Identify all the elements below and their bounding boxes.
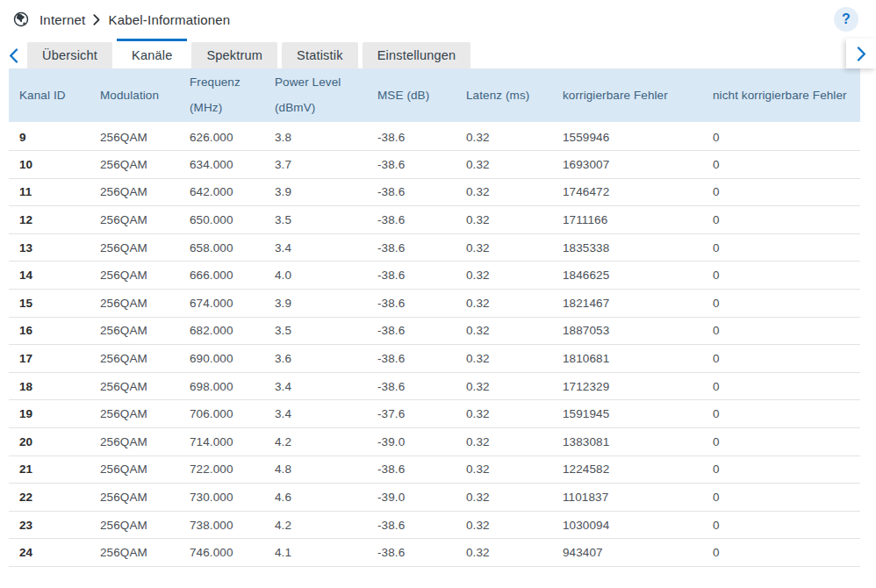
chevron-right-icon [857, 47, 866, 61]
cell-latenz-ms: 0.32 [456, 317, 552, 345]
cell-modulation: 256QAM [90, 372, 179, 400]
tab-scroll-right-button[interactable] [846, 39, 876, 68]
cell-nicht-korrigierbare-fehler: 0 [702, 484, 860, 512]
tab-kan-le[interactable]: Kanäle [117, 39, 187, 68]
cell-power-level-dbmv: 4.2 [264, 511, 367, 539]
cell-mse-db: -38.6 [367, 345, 456, 373]
cell-frequenz-mhz: 634.000 [179, 151, 264, 179]
cell-latenz-ms: 0.32 [456, 372, 552, 400]
chevron-right-separator-icon [93, 14, 100, 25]
table-header-row: Kanal IDModulationFrequenz (MHz)Power Le… [9, 68, 860, 123]
table-row-kanal-18: 18256QAM698.0003.4-38.60.3217123290 [9, 372, 860, 400]
cell-mse-db: -38.6 [367, 178, 456, 206]
cell-latenz-ms: 0.32 [456, 511, 552, 539]
cell-nicht-korrigierbare-fehler: 0 [702, 206, 860, 234]
cell-power-level-dbmv: 4.8 [264, 455, 367, 484]
cell-frequenz-mhz: 626.000 [179, 123, 264, 151]
cell-modulation: 256QAM [90, 455, 179, 484]
table-row-kanal-11: 11256QAM642.0003.9-38.60.3217464720 [9, 178, 860, 206]
cell-kanal-id: 23 [9, 511, 90, 539]
table-row-kanal-16: 16256QAM682.0003.5-38.60.3218870530 [9, 317, 860, 345]
table-row-kanal-12: 12256QAM650.0003.5-38.60.3217111660 [9, 206, 860, 234]
cell-latenz-ms: 0.32 [456, 262, 552, 290]
cell-latenz-ms: 0.32 [456, 539, 552, 567]
cell-power-level-dbmv: 3.5 [264, 317, 367, 345]
cell-frequenz-mhz: 738.000 [179, 511, 264, 539]
cell-nicht-korrigierbare-fehler: 0 [702, 455, 860, 484]
cell-frequenz-mhz: 674.000 [179, 290, 264, 318]
cell-modulation: 256QAM [90, 511, 179, 539]
table-row-kanal-9: 9256QAM626.0003.8-38.60.3215599460 [9, 123, 860, 151]
column-header-korrigierbare-fehler: korrigierbare Fehler [552, 68, 702, 123]
cell-kanal-id: 12 [9, 206, 90, 234]
cell-nicht-korrigierbare-fehler: 0 [702, 123, 860, 151]
cell-power-level-dbmv: 4.2 [264, 428, 367, 456]
table-row-kanal-13: 13256QAM658.0003.4-38.60.3218353380 [9, 233, 860, 262]
cell-latenz-ms: 0.32 [456, 345, 552, 373]
cell-modulation: 256QAM [90, 178, 179, 206]
tab-spektrum[interactable]: Spektrum [191, 42, 277, 68]
cell-korrigierbare-fehler: 1693007 [552, 151, 702, 179]
cell-frequenz-mhz: 682.000 [179, 317, 264, 345]
cell-korrigierbare-fehler: 1810681 [552, 345, 702, 373]
help-button[interactable]: ? [834, 7, 858, 32]
cell-korrigierbare-fehler: 1383081 [552, 428, 702, 456]
cell-modulation: 256QAM [90, 123, 179, 151]
cell-mse-db: -38.6 [367, 455, 456, 484]
cell-nicht-korrigierbare-fehler: 0 [702, 151, 860, 179]
cell-korrigierbare-fehler: 1712329 [552, 372, 702, 400]
cell-nicht-korrigierbare-fehler: 0 [702, 400, 860, 428]
channel-table-container: Kanal IDModulationFrequenz (MHz)Power Le… [9, 68, 860, 567]
breadcrumb-item-internet[interactable]: Internet [39, 12, 85, 27]
cell-korrigierbare-fehler: 1711166 [552, 206, 702, 234]
cell-power-level-dbmv: 3.4 [264, 400, 367, 428]
column-header-mse-db-: MSE (dB) [367, 68, 456, 123]
cell-kanal-id: 14 [9, 262, 90, 290]
cell-power-level-dbmv: 3.8 [264, 123, 367, 151]
cell-korrigierbare-fehler: 1030094 [552, 511, 702, 539]
top-bar: Internet Kabel-Informationen ? [0, 0, 876, 39]
cell-mse-db: -38.6 [367, 317, 456, 345]
column-header-frequenz-mhz-: Frequenz (MHz) [179, 68, 264, 123]
cell-nicht-korrigierbare-fehler: 0 [702, 233, 860, 262]
cell-kanal-id: 16 [9, 317, 90, 345]
cell-modulation: 256QAM [90, 233, 179, 262]
cell-latenz-ms: 0.32 [456, 484, 552, 512]
cell-mse-db: -38.6 [367, 539, 456, 567]
cell-modulation: 256QAM [90, 484, 179, 512]
cell-mse-db: -38.6 [367, 233, 456, 262]
cell-kanal-id: 13 [9, 233, 90, 262]
cell-power-level-dbmv: 3.7 [264, 151, 367, 179]
cell-modulation: 256QAM [90, 290, 179, 318]
question-mark-icon: ? [842, 11, 851, 27]
cell-kanal-id: 19 [9, 400, 90, 428]
tab--bersicht[interactable]: Übersicht [27, 42, 112, 68]
cell-mse-db: -38.6 [367, 123, 456, 151]
cell-mse-db: -38.6 [367, 511, 456, 539]
cell-kanal-id: 11 [9, 178, 90, 206]
cell-frequenz-mhz: 698.000 [179, 372, 264, 400]
cell-modulation: 256QAM [90, 317, 179, 345]
cell-nicht-korrigierbare-fehler: 0 [702, 539, 860, 567]
table-row-kanal-15: 15256QAM674.0003.9-38.60.3218214670 [9, 290, 860, 318]
cell-frequenz-mhz: 722.000 [179, 455, 264, 484]
cell-korrigierbare-fehler: 1559946 [552, 123, 702, 151]
cell-latenz-ms: 0.32 [456, 455, 552, 484]
cell-mse-db: -38.6 [367, 206, 456, 234]
cell-frequenz-mhz: 706.000 [179, 400, 264, 428]
table-row-kanal-17: 17256QAM690.0003.6-38.60.3218106810 [9, 345, 860, 373]
tab-einstellungen[interactable]: Einstellungen [363, 42, 471, 68]
cell-modulation: 256QAM [90, 400, 179, 428]
tab-scroll-left-button[interactable] [0, 42, 27, 68]
cell-korrigierbare-fehler: 1746472 [552, 178, 702, 206]
cell-korrigierbare-fehler: 1887053 [552, 317, 702, 345]
tab-statistik[interactable]: Statistik [282, 42, 358, 68]
column-header-modulation: Modulation [90, 68, 179, 123]
cell-modulation: 256QAM [90, 151, 179, 179]
cell-mse-db: -38.6 [367, 290, 456, 318]
cell-mse-db: -38.6 [367, 262, 456, 290]
cell-korrigierbare-fehler: 1835338 [552, 233, 702, 262]
cell-modulation: 256QAM [90, 539, 179, 567]
cell-latenz-ms: 0.32 [456, 428, 552, 456]
table-row-kanal-14: 14256QAM666.0004.0-38.60.3218466250 [9, 262, 860, 290]
